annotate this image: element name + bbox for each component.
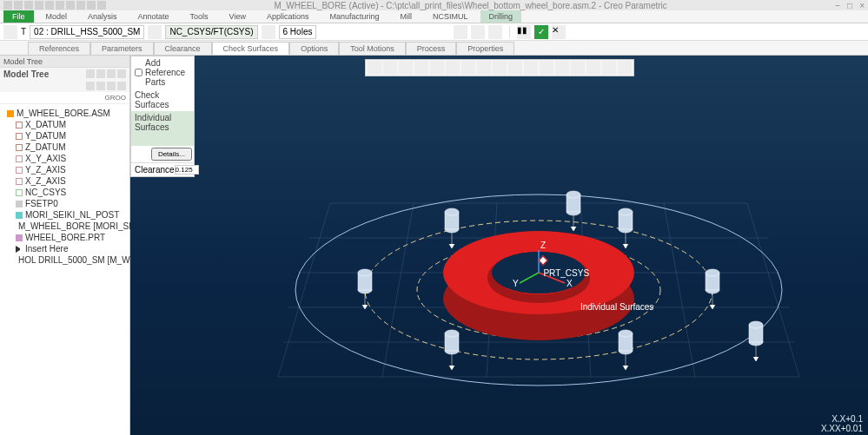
model-tree-panel: Model Tree Model Tree GROO M_WHEEL_BORE.…	[0, 56, 130, 435]
svg-point-21	[358, 269, 372, 276]
tree-node[interactable]: M_WHEEL_BORE [MORI_SEIKI_NL_POST]	[3, 221, 126, 232]
svg-point-30	[619, 330, 633, 337]
menu-tools[interactable]: Tools	[182, 10, 217, 23]
details-button[interactable]: Details...	[151, 148, 192, 161]
menu-manufacturing[interactable]: Manufacturing	[321, 10, 388, 23]
svg-text:Y: Y	[513, 279, 519, 288]
seq-icon[interactable]	[3, 25, 17, 39]
tree-node[interactable]: Y_Z_AXIS	[3, 164, 126, 175]
menu-view[interactable]: View	[221, 10, 255, 23]
quick-access-toolbar[interactable]	[3, 1, 106, 10]
tab-check-surfaces[interactable]: Check Surfaces	[212, 42, 290, 55]
view-toolbar[interactable]	[365, 59, 634, 76]
tree-node[interactable]: X_DATUM	[3, 119, 126, 130]
scene-svg: X Y Z	[130, 56, 868, 435]
ribbon-tabs: FileModelAnalysisAnnotateToolsViewApplic…	[0, 10, 868, 23]
tree-node[interactable]: WHEEL_BORE.PRT	[3, 232, 126, 243]
check-surfaces-panel: Add Reference Parts Check Surfaces Indiv…	[130, 56, 195, 177]
svg-point-18	[706, 269, 719, 276]
svg-point-33	[445, 330, 459, 337]
check-surfaces-row: Check Surfaces	[131, 89, 194, 111]
clearance-label: Clearance	[135, 165, 175, 175]
clearance-input[interactable]	[175, 165, 199, 175]
tool-strip: T 02 : DRILL_HSS_5000_SM NC_CSYS/FT(CSYS…	[0, 23, 868, 41]
tree-node[interactable]: FSETP0	[3, 198, 126, 209]
tree-node[interactable]: NC_CSYS	[3, 187, 126, 198]
holes-dropdown[interactable]: 6 Holes	[279, 25, 317, 39]
viewport[interactable]: Add Reference Parts Check Surfaces Indiv…	[130, 56, 868, 435]
csys-label: PRT_CSYS	[543, 268, 589, 278]
surfaces-label: Individual Surfaces	[580, 302, 654, 312]
maximize-icon: □	[847, 1, 852, 10]
tree-node[interactable]: MORI_SEIKI_NL_POST	[3, 209, 126, 221]
svg-point-36	[749, 321, 763, 328]
tab-options[interactable]: Options	[289, 42, 339, 55]
tree-node[interactable]: Z_DATUM	[3, 142, 126, 153]
filter-row: GROO	[0, 92, 129, 104]
tree-node[interactable]: X_Z_AXIS	[3, 175, 126, 187]
opt3-icon[interactable]	[488, 25, 502, 39]
svg-text:X: X	[567, 279, 573, 288]
tree-node[interactable]: M_WHEEL_BORE.ASM	[3, 108, 126, 119]
svg-point-27	[445, 208, 459, 215]
tool-dropdown[interactable]: 02 : DRILL_HSS_5000_SM	[30, 25, 144, 39]
menu-annotate[interactable]: Annotate	[129, 10, 178, 23]
pause-icon[interactable]: ▮▮	[517, 25, 531, 39]
tab-clearance[interactable]: Clearance	[154, 42, 212, 55]
opt1-icon[interactable]	[454, 25, 467, 39]
svg-point-24	[619, 208, 633, 215]
panel-title: Model Tree	[3, 69, 49, 79]
menu-file[interactable]: File	[3, 10, 34, 23]
menu-mill[interactable]: Mill	[392, 10, 421, 23]
seq-label: T	[21, 27, 26, 36]
panel-tab[interactable]: Model Tree	[0, 56, 129, 68]
opt2-icon[interactable]	[471, 25, 485, 39]
menu-analysis[interactable]: Analysis	[79, 10, 126, 23]
svg-line-7	[664, 203, 695, 377]
window-controls[interactable]: −□×	[835, 1, 865, 10]
status-readout: X.X+0.1X.XX+0.01	[821, 414, 863, 433]
tree-node[interactable]: X_Y_AXIS	[3, 153, 126, 164]
csys-icon[interactable]	[148, 25, 162, 39]
holes-icon[interactable]	[262, 25, 275, 39]
add-ref-checkbox[interactable]	[135, 69, 142, 76]
tree-node[interactable]: Y_DATUM	[3, 130, 126, 142]
menu-drilling[interactable]: Drilling	[480, 10, 522, 23]
cancel-button[interactable]: ✕	[552, 25, 566, 39]
individual-surfaces-row[interactable]: Individual Surfaces	[131, 111, 194, 134]
svg-line-4	[382, 203, 414, 377]
tab-properties[interactable]: Properties	[456, 42, 514, 55]
csys-field[interactable]: NC_CSYS/FT(CSYS)	[165, 25, 257, 39]
tree-tools-2[interactable]	[86, 82, 126, 90]
tab-parameters[interactable]: Parameters	[90, 42, 154, 55]
svg-text:Z: Z	[540, 241, 546, 250]
menu-model[interactable]: Model	[37, 10, 76, 23]
dashboard-tabs: ReferencesParametersClearanceCheck Surfa…	[0, 41, 868, 56]
window-title: M_WHEEL_BORE (Active) - C:\ptc\all_print…	[106, 1, 835, 10]
tab-tool-motions[interactable]: Tool Motions	[339, 42, 406, 55]
model-tree[interactable]: M_WHEEL_BORE.ASMX_DATUMY_DATUMZ_DATUMX_Y…	[0, 104, 129, 269]
minimize-icon: −	[835, 1, 840, 10]
confirm-button[interactable]: ✓	[534, 25, 548, 39]
close-icon: ×	[859, 1, 865, 10]
tree-node[interactable]: HOL DRILL_5000_SM [M_WHEEL_BORE]	[3, 254, 126, 266]
svg-point-39	[567, 191, 580, 198]
tree-node[interactable]: Insert Here	[3, 243, 126, 254]
menu-applications[interactable]: Applications	[258, 10, 318, 23]
tab-references[interactable]: References	[28, 42, 90, 55]
menu-ncsimul[interactable]: NCSIMUL	[424, 10, 477, 23]
tree-tools[interactable]	[86, 69, 126, 78]
tab-process[interactable]: Process	[406, 42, 457, 55]
